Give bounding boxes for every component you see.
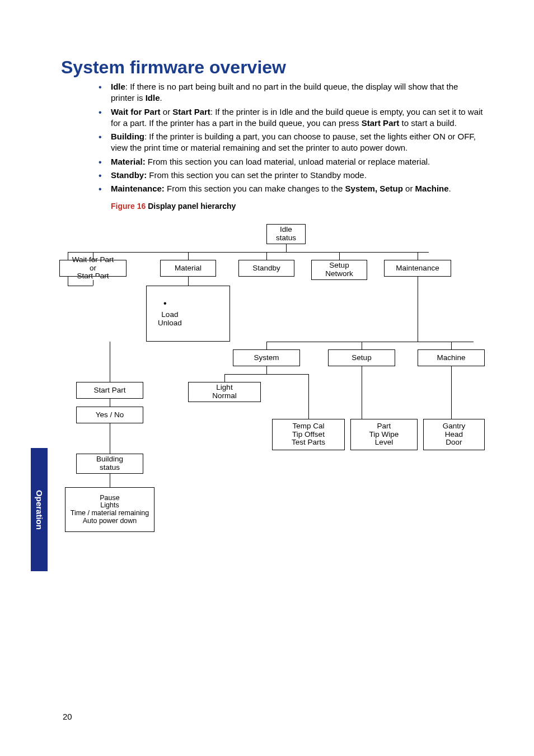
figure-label: Figure 16 (111, 202, 146, 211)
node-pause: PauseLightsTime / material remainingAuto… (65, 487, 154, 532)
connector (418, 277, 418, 342)
connector (362, 342, 362, 349)
list-item: Material: From this section you can load… (95, 156, 484, 167)
diagram: Idlestatus Wait for PartorStart Part Mat… (59, 224, 485, 577)
connector (339, 252, 340, 260)
list-item: Building: If the printer is building a p… (95, 131, 484, 154)
connector (451, 366, 452, 419)
term: Idle (111, 82, 125, 91)
node-light: LightNormal (188, 382, 261, 402)
connector (68, 252, 429, 253)
text: . (160, 93, 162, 102)
term: Maintenance: (111, 184, 165, 193)
node-maintenance: Maintenance (384, 260, 451, 277)
connector (68, 286, 93, 286)
term: System, Setup (345, 184, 403, 193)
term: Building (111, 132, 144, 141)
text: . (449, 184, 451, 193)
connector (188, 252, 189, 260)
page-number: 20 (63, 712, 72, 721)
term: Start Part (362, 118, 400, 128)
node-machine: Machine (418, 349, 485, 366)
page-heading: System firmware overview (61, 57, 286, 78)
list-item: Wait for Part or Start Part: If the prin… (95, 106, 484, 129)
list-item: Standby: From this section you can set t… (95, 170, 484, 181)
figure-title: Display panel hierarchy (146, 202, 236, 211)
connector (110, 399, 110, 407)
connector (308, 374, 309, 419)
bullet-icon: • (163, 298, 167, 309)
list-item: Maintenance: From this section you can m… (95, 183, 484, 194)
connector (224, 374, 308, 375)
node-setup-network: SetupNetwork (311, 260, 367, 280)
term: Standby: (111, 170, 147, 180)
term: Start Part (172, 107, 210, 116)
node-standby: Standby (238, 260, 294, 277)
node-yes-no: Yes / No (76, 407, 143, 423)
connector (266, 342, 267, 349)
text: : If there is no part being built and no… (111, 82, 458, 102)
connector (266, 252, 267, 260)
connector (188, 277, 189, 286)
term: Material: (111, 157, 146, 166)
text: or (161, 107, 173, 116)
term: Idle (146, 93, 160, 102)
bullet-list: Idle: If there is no part being built an… (95, 81, 484, 197)
node-wait: Wait for PartorStart Part (59, 260, 127, 277)
node-material: Material (160, 260, 216, 277)
connector (110, 474, 110, 487)
term: Wait for Part (111, 107, 161, 116)
connector (418, 252, 418, 260)
node-load-unload: • LoadUnload (146, 286, 230, 342)
node-tip-wipe: PartTip WipeLevel (350, 419, 418, 450)
text: From this section you can load material,… (146, 157, 430, 166)
connector (110, 423, 110, 454)
connector (224, 374, 225, 382)
text: From this section you can set the printe… (147, 170, 367, 180)
figure-caption: Figure 16 Display panel hierarchy (111, 202, 236, 211)
node-setup: Setup (328, 349, 395, 366)
section-tab: Operation (31, 448, 48, 571)
text: : If the printer is building a part, you… (111, 132, 476, 152)
term: Machine (415, 184, 449, 193)
node-start-part: Start Part (76, 382, 143, 399)
text: to start a build. (399, 118, 457, 128)
node-system: System (233, 349, 300, 366)
text: or (403, 184, 415, 193)
text: From this section you can make changes t… (165, 184, 345, 193)
connector (286, 244, 287, 252)
connector (451, 342, 452, 349)
text: LoadUnload (158, 311, 182, 328)
connector (110, 342, 110, 382)
node-tempcal: Temp CalTip OffsetTest Parts (272, 419, 345, 450)
node-idle: Idlestatus (266, 224, 306, 244)
node-building: Buildingstatus (76, 454, 143, 474)
section-tab-label: Operation (35, 490, 44, 530)
node-gantry: GantryHeadDoor (423, 419, 485, 450)
connector (266, 366, 267, 374)
connector (266, 342, 474, 342)
spacer (93, 277, 97, 280)
connector (362, 366, 362, 419)
list-item: Idle: If there is no part being built an… (95, 81, 484, 104)
